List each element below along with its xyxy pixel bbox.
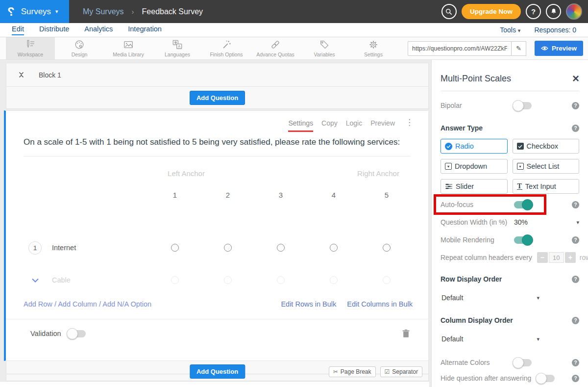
toolbar-item-languages[interactable]: A Languages — [153, 37, 202, 59]
tools-menu[interactable]: Tools ▾ — [500, 26, 520, 34]
edit-url-button[interactable]: ✎ — [512, 41, 526, 56]
tab-edit[interactable]: Edit — [12, 25, 24, 35]
toolbar-item-workspace[interactable]: Workspace — [6, 37, 55, 59]
repeat-headers-suffix: rows. — [580, 254, 588, 261]
toolbar-item-label: Settings — [364, 52, 383, 57]
answer-type-dropdown[interactable]: ▾ Dropdown — [441, 159, 508, 174]
column-headers-row: 1 2 3 4 5 — [24, 191, 428, 199]
gear-icon — [368, 40, 379, 50]
alternate-colors-toggle[interactable] — [514, 359, 532, 366]
question-tab-logic[interactable]: Logic — [346, 119, 362, 130]
add-column-link[interactable]: Add Column — [58, 300, 97, 308]
search-button[interactable] — [441, 4, 457, 19]
repeat-headers-value[interactable]: 10 — [549, 252, 564, 263]
answer-type-checkbox[interactable]: Checkbox — [513, 139, 580, 154]
section-nav: Edit Distribute Analytics Integration To… — [0, 23, 588, 37]
collapse-block-button[interactable] — [18, 71, 25, 78]
help-icon[interactable]: ? — [572, 276, 579, 283]
help-icon[interactable]: ? — [572, 201, 579, 208]
hide-question-toggle[interactable] — [537, 375, 555, 382]
delete-question-button[interactable] — [402, 329, 410, 338]
mobile-rendering-label: Mobile Rendering — [441, 236, 514, 244]
plus-button[interactable]: + — [565, 252, 576, 263]
left-anchor-input[interactable]: Left Anchor — [152, 169, 220, 178]
page-break-button[interactable]: ✂Page Break — [329, 366, 376, 377]
chevron-down-icon: ▾ — [518, 27, 521, 33]
toolbar-item-design[interactable]: Design — [55, 37, 104, 59]
minus-button[interactable]: − — [537, 252, 548, 263]
question-card: Settings Copy Logic Preview ⋮ On a scale… — [4, 110, 429, 361]
bipolar-toggle[interactable] — [514, 102, 532, 109]
row-display-order-select[interactable]: Default ▾ — [441, 294, 539, 302]
avatar[interactable] — [566, 3, 582, 20]
answer-type-text-input[interactable]: T Text Input — [513, 179, 580, 194]
notifications-button[interactable] — [546, 4, 561, 19]
answer-type-radio[interactable]: Radio — [441, 139, 508, 154]
pencil-icon: ✎ — [516, 45, 521, 52]
answer-type-slider[interactable]: Slider — [441, 179, 508, 194]
responses-count[interactable]: Responses: 0 — [534, 26, 576, 34]
radio-button[interactable] — [330, 244, 338, 252]
row-label-ghost[interactable]: Cable — [52, 276, 71, 284]
help-icon[interactable]: ? — [572, 375, 579, 382]
eye-icon — [541, 46, 548, 51]
chevron-down-icon[interactable] — [28, 278, 42, 283]
edit-columns-in-bulk-link[interactable]: Edit Columns in Bulk — [347, 300, 413, 308]
search-icon — [445, 8, 453, 16]
question-tab-copy[interactable]: Copy — [321, 119, 338, 130]
column-header[interactable]: 2 — [201, 191, 254, 199]
kebab-menu-icon[interactable]: ⋮ — [405, 119, 414, 126]
auto-focus-toggle[interactable] — [514, 201, 532, 208]
toolbar-item-settings[interactable]: Settings — [349, 37, 398, 59]
column-header[interactable]: 5 — [360, 191, 413, 199]
radio-button[interactable] — [171, 244, 179, 252]
tab-integration[interactable]: Integration — [128, 25, 162, 35]
toolbar-item-finish-options[interactable]: Finish Options — [202, 37, 251, 59]
chain-links-icon — [270, 40, 281, 50]
help-icon[interactable]: ? — [572, 236, 579, 244]
help-icon[interactable]: ? — [572, 102, 579, 109]
validation-toggle[interactable] — [68, 330, 86, 337]
separator-button[interactable]: ☑Separator — [380, 366, 422, 377]
question-width-value[interactable]: 30% — [514, 218, 528, 226]
column-header[interactable]: 1 — [148, 191, 201, 199]
help-icon[interactable]: ? — [572, 359, 579, 366]
help-button[interactable]: ? — [526, 4, 541, 19]
bell-icon — [550, 7, 558, 16]
add-na-option-link[interactable]: Add N/A Option — [102, 300, 151, 308]
auto-focus-row: Auto-focus ? — [441, 199, 579, 210]
toolbar-item-media-library[interactable]: Media Library — [104, 37, 153, 59]
row-label[interactable]: Internet — [52, 244, 76, 252]
question-text[interactable]: On a scale of 1-5 with 1 being not satis… — [24, 136, 401, 149]
chevron-down-icon[interactable]: ▾ — [576, 219, 579, 226]
add-question-button-top[interactable]: Add Question — [190, 91, 245, 105]
breadcrumb-my-surveys[interactable]: My Surveys — [83, 7, 124, 16]
add-row-link[interactable]: Add Row — [24, 300, 52, 308]
column-display-order-select[interactable]: Default ▾ — [441, 335, 539, 343]
help-icon[interactable]: ? — [572, 125, 579, 132]
column-header[interactable]: 4 — [307, 191, 360, 199]
upgrade-now-button[interactable]: Upgrade Now — [462, 4, 521, 19]
preview-button[interactable]: Preview — [535, 41, 583, 56]
column-header[interactable]: 3 — [254, 191, 307, 199]
toolbar-item-variables[interactable]: Variables — [300, 37, 349, 59]
design-palette-icon — [74, 40, 85, 50]
answer-type-select-list[interactable]: ▾ Select List — [513, 159, 580, 174]
question-tab-settings[interactable]: Settings — [288, 119, 313, 132]
help-icon[interactable]: ? — [572, 317, 579, 324]
edit-toolbar: Workspace Design Media Library A Languag… — [0, 37, 588, 60]
tab-analytics[interactable]: Analytics — [84, 25, 113, 35]
question-tab-preview[interactable]: Preview — [370, 119, 395, 130]
mobile-rendering-toggle[interactable] — [514, 236, 532, 244]
radio-button[interactable] — [277, 244, 285, 252]
right-anchor-input[interactable]: Right Anchor — [344, 169, 413, 178]
close-icon[interactable]: × — [572, 74, 579, 83]
radio-button[interactable] — [383, 244, 391, 252]
add-question-button-bottom[interactable]: Add Question — [190, 364, 245, 379]
product-switcher[interactable]: ? Surveys ▾ — [0, 0, 69, 23]
toolbar-item-advance-quotas[interactable]: Advance Quotas — [251, 37, 300, 59]
survey-url-input[interactable] — [408, 41, 512, 56]
edit-rows-in-bulk-link[interactable]: Edit Rows in Bulk — [281, 300, 336, 308]
radio-button[interactable] — [224, 244, 232, 252]
tab-distribute[interactable]: Distribute — [39, 25, 69, 35]
